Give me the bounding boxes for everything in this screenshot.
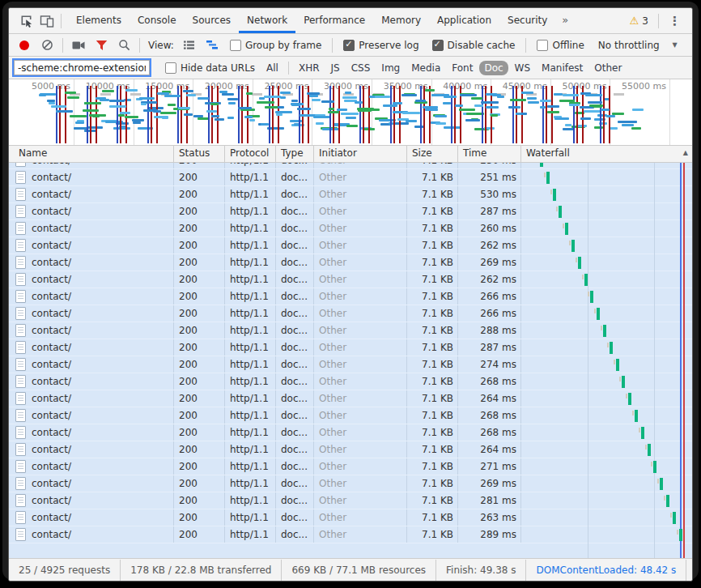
console-warnings-badge[interactable]: ⚠ 3 <box>623 15 655 27</box>
table-row[interactable]: contact/200http/1.1doc...Other7.1 KB263 … <box>9 509 692 526</box>
tab-sources[interactable]: Sources <box>185 8 239 33</box>
table-row[interactable]: contact/200http/1.1doc...Other7.1 KB268 … <box>9 373 692 390</box>
clear-icon[interactable] <box>36 35 57 56</box>
cell-initiator: Other <box>314 203 407 219</box>
search-icon[interactable] <box>113 35 134 56</box>
filter-type-xhr[interactable]: XHR <box>294 61 325 75</box>
table-row[interactable]: contact/200http/1.1doc...Other7.1 KB266 … <box>9 288 692 305</box>
requests-count: 25 / 4925 requests <box>9 560 121 581</box>
column-header-initiator[interactable]: Initiator <box>314 146 407 162</box>
column-header-protocol[interactable]: Protocol <box>225 146 276 162</box>
filter-type-css[interactable]: CSS <box>346 61 376 75</box>
checkbox-unchecked[interactable] <box>537 40 548 51</box>
screenshot-capture-icon[interactable] <box>68 35 89 56</box>
table-row[interactable]: contact/200http/1.1doc...Other7.1 KB251 … <box>9 169 692 186</box>
table-row[interactable]: contact/200http/1.1doc...Other7.1 KB274 … <box>9 356 692 373</box>
request-name: contact/ <box>32 237 71 254</box>
throttling-dropdown[interactable]: No throttling ▼ <box>598 40 678 51</box>
overview-request-dash <box>291 103 304 105</box>
table-row[interactable]: contact/200http/1.1doc...Other7.1 KB266 … <box>9 305 692 322</box>
table-row[interactable]: contact/200http/1.1doc...Other7.1 KB288 … <box>9 322 692 339</box>
filter-type-other[interactable]: Other <box>589 61 627 75</box>
tab-network[interactable]: Network <box>239 8 295 33</box>
more-tabs-button[interactable]: » <box>555 8 575 33</box>
request-name: contact/ <box>32 169 71 185</box>
tab-elements[interactable]: Elements <box>68 8 130 33</box>
table-row[interactable]: contact/200http/1.1doc...Other7.1 KB271 … <box>9 458 692 475</box>
table-row[interactable]: contact/200http/1.1doc...Other7.1 KB264 … <box>9 441 692 458</box>
filter-type-img[interactable]: Img <box>376 61 405 75</box>
tab-performance[interactable]: Performance <box>295 8 373 33</box>
column-header-status[interactable]: Status <box>174 146 225 162</box>
filter-type-manifest[interactable]: Manifest <box>537 61 588 75</box>
table-row[interactable]: contact/200http/1.1doc...Other7.1 KB269 … <box>9 475 692 492</box>
filter-type-media[interactable]: Media <box>406 61 445 75</box>
view-list-icon[interactable] <box>179 35 200 56</box>
table-row[interactable]: contact/200http/1.1doc...Other7.1 KB262 … <box>9 237 692 254</box>
device-toolbar-icon[interactable] <box>36 11 57 32</box>
tab-security[interactable]: Security <box>499 8 555 33</box>
overview-gray-dash <box>614 93 624 96</box>
cell-size: 7.1 KB <box>407 509 458 526</box>
table-row[interactable]: contact/200http/1.1doc...Other7.1 KB260 … <box>9 220 692 237</box>
cell-size: 7.1 KB <box>407 492 458 509</box>
disable-cache-checkbox[interactable]: Disable cache <box>432 40 516 51</box>
table-row[interactable]: contact/200http/1.1doc...Other7.1 KB530 … <box>9 186 692 203</box>
request-name: contact/ <box>32 339 71 356</box>
inspect-element-icon[interactable] <box>15 11 36 32</box>
cell-waterfall <box>521 407 692 424</box>
record-button[interactable] <box>19 40 29 50</box>
table-row[interactable]: contact/200http/1.1doc...Other7.1 KB289 … <box>9 526 692 543</box>
checkbox-unchecked[interactable] <box>230 40 241 51</box>
filter-type-js[interactable]: JS <box>326 61 345 75</box>
checkbox-unchecked[interactable] <box>165 62 176 74</box>
table-row[interactable]: contact/200http/1.1doc...Other7.1 KB268 … <box>9 424 692 441</box>
filter-input[interactable] <box>14 60 150 75</box>
view-waterfall-icon[interactable] <box>202 35 223 56</box>
table-row[interactable]: contact/200http/1.1doc...Other7.1 KB250 … <box>9 163 692 169</box>
table-row[interactable]: contact/200http/1.1doc...Other7.1 KB287 … <box>9 203 692 220</box>
table-row[interactable]: contact/200http/1.1doc...Other7.1 KB264 … <box>9 390 692 407</box>
cell-name: contact/ <box>9 492 174 509</box>
devtools-menu-button[interactable]: ⋮ <box>662 14 687 28</box>
table-row[interactable]: contact/200http/1.1doc...Other7.1 KB269 … <box>9 254 692 271</box>
cell-waterfall <box>521 322 692 339</box>
filter-icon[interactable] <box>91 35 112 56</box>
tab-memory[interactable]: Memory <box>373 8 429 33</box>
table-row[interactable]: contact/200http/1.1doc...Other7.1 KB287 … <box>9 339 692 356</box>
filter-type-all[interactable]: All <box>261 61 283 75</box>
overview-request-dash <box>184 113 193 116</box>
table-row[interactable]: contact/200http/1.1doc...Other7.1 KB268 … <box>9 407 692 424</box>
preserve-log-checkbox[interactable]: Preserve log <box>343 40 418 51</box>
filter-type-ws[interactable]: WS <box>510 61 535 75</box>
waterfall-bar <box>578 257 581 269</box>
column-header-waterfall[interactable]: Waterfall <box>521 146 692 162</box>
cell-waterfall <box>521 424 692 441</box>
overview-strip[interactable]: 5000 ms10000 ms15000 ms20000 ms25000 ms3… <box>9 79 692 146</box>
sort-ascending-icon[interactable]: ▲ <box>683 149 688 156</box>
checkbox-checked[interactable] <box>432 40 444 51</box>
table-row[interactable]: contact/200http/1.1doc...Other7.1 KB281 … <box>9 492 692 509</box>
tab-application[interactable]: Application <box>429 8 499 33</box>
document-icon <box>15 341 26 354</box>
hide-data-urls-checkbox[interactable]: Hide data URLs <box>165 62 255 74</box>
waterfall-wait-tick <box>645 445 647 450</box>
cell-name: contact/ <box>9 186 174 202</box>
column-header-type[interactable]: Type <box>276 146 314 162</box>
filter-type-font[interactable]: Font <box>447 61 478 75</box>
cell-name: contact/ <box>9 390 174 407</box>
network-toolbar: View: Group by frame Preserve log <box>9 34 692 57</box>
table-row[interactable]: contact/200http/1.1doc...Other7.1 KB262 … <box>9 271 692 288</box>
group-by-frame-checkbox[interactable]: Group by frame <box>230 40 321 51</box>
checkbox-checked[interactable] <box>343 40 355 51</box>
overview-request-dash <box>222 93 234 96</box>
column-header-size[interactable]: Size <box>407 146 458 162</box>
offline-checkbox[interactable]: Offline <box>537 40 584 51</box>
column-header-time[interactable]: Time <box>458 146 521 162</box>
tab-console[interactable]: Console <box>130 8 185 33</box>
cell-waterfall <box>521 526 692 543</box>
column-header-name[interactable]: Name <box>9 146 174 162</box>
filter-type-doc[interactable]: Doc <box>479 61 508 75</box>
waterfall-wait-tick <box>601 326 602 330</box>
cell-name: contact/ <box>9 526 174 543</box>
